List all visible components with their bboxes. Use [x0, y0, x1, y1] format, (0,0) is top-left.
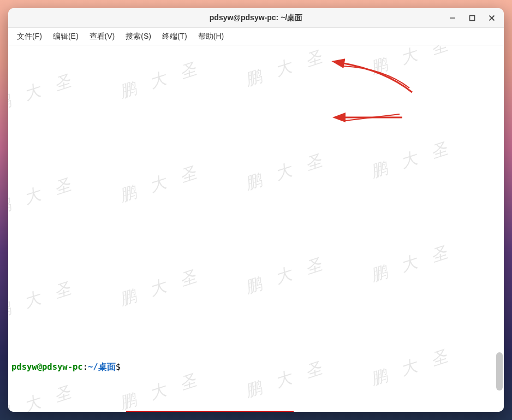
maximize-button[interactable]	[462, 8, 482, 28]
prompt-path: ~/桌面	[88, 362, 116, 372]
terminal-area[interactable]: 鹏大圣 鹏大圣 鹏大圣 鹏大圣 鹏大圣 鹏大圣 鹏大圣 鹏大圣 鹏大圣 鹏大圣 …	[8, 45, 504, 412]
window-title: pdsyw@pdsyw-pc: ~/桌面	[210, 13, 302, 23]
watermark: 鹏大圣	[243, 45, 338, 86]
watermark: 鹏大圣	[8, 173, 86, 215]
close-icon	[488, 14, 496, 22]
prompt-dollar: $	[116, 362, 121, 372]
menu-terminal[interactable]: 终端(T)	[157, 29, 193, 44]
watermark: 鹏大圣	[118, 161, 212, 203]
terminal-line: pdsyw@pdsyw-pc:~/桌面$ echo > /dev/tcp/192…	[11, 411, 501, 412]
watermark: 鹏大圣	[243, 149, 338, 191]
watermark: 鹏大圣	[8, 381, 86, 412]
menubar: 文件(F) 编辑(E) 查看(V) 搜索(S) 终端(T) 帮助(H)	[8, 28, 504, 45]
watermark: 鹏大圣	[369, 241, 463, 282]
minimize-icon	[449, 14, 456, 22]
watermark: 鹏大圣	[118, 57, 212, 99]
highlighted-command-1: echo > /dev/tcp/192.168.80.42/80	[126, 411, 294, 412]
arrow-annotation-1	[325, 49, 423, 98]
menu-view[interactable]: 查看(V)	[84, 29, 121, 44]
scroll-thumb[interactable]	[496, 352, 503, 391]
menu-file[interactable]: 文件(F)	[11, 29, 47, 44]
arrow-annotation-2	[331, 107, 408, 128]
watermark: 鹏大圣	[118, 369, 212, 410]
menu-help[interactable]: 帮助(H)	[193, 29, 229, 44]
watermark: 鹏大圣	[243, 253, 338, 294]
watermark: 鹏大圣	[369, 45, 463, 74]
maximize-icon	[468, 14, 476, 22]
svg-rect-1	[470, 16, 475, 21]
watermark: 鹏大圣	[8, 69, 86, 111]
close-button[interactable]	[482, 8, 502, 28]
watermark: 鹏大圣	[118, 265, 212, 306]
prompt-colon: :	[83, 362, 88, 372]
terminal-line: pdsyw@pdsyw-pc:~/桌面$	[11, 361, 501, 374]
minimize-button[interactable]	[443, 8, 462, 28]
window-controls	[443, 8, 502, 28]
titlebar: pdsyw@pdsyw-pc: ~/桌面	[8, 8, 504, 28]
terminal-window: pdsyw@pdsyw-pc: ~/桌面 文件(F) 编辑(E) 查看(V) 搜…	[8, 8, 504, 412]
vertical-scrollbar[interactable]	[496, 46, 503, 409]
watermark: 鹏大圣	[369, 137, 463, 179]
watermark: 鹏大圣	[8, 277, 86, 318]
command-text	[121, 362, 126, 372]
prompt-userhost: pdsyw@pdsyw-pc	[11, 362, 83, 372]
menu-edit[interactable]: 编辑(E)	[47, 29, 84, 44]
menu-search[interactable]: 搜索(S)	[120, 29, 157, 44]
